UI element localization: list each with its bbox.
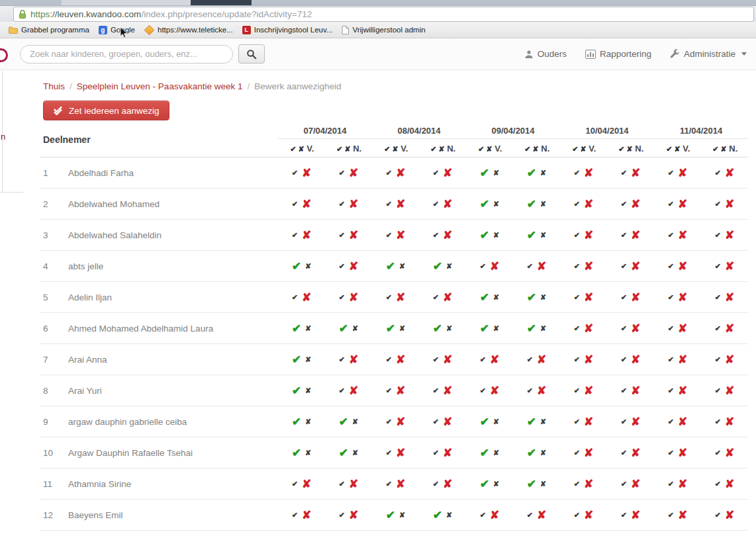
cross-toggle[interactable]: ✘ [631, 415, 640, 429]
check-toggle[interactable]: ✔ [480, 477, 489, 491]
check-toggle[interactable]: ✔ [668, 169, 674, 177]
cross-toggle[interactable]: ✘ [537, 384, 546, 398]
cross-toggle[interactable]: ✘ [725, 166, 734, 180]
cross-toggle[interactable]: ✘ [446, 262, 452, 271]
cross-toggle[interactable]: ✘ [305, 449, 311, 457]
cross-toggle[interactable]: ✘ [631, 446, 640, 460]
cross-toggle[interactable]: ✘ [584, 166, 593, 180]
check-toggle[interactable]: ✔ [292, 200, 298, 208]
cross-toggle[interactable]: ✘ [396, 166, 405, 180]
cross-toggle[interactable]: ✘ [631, 477, 640, 491]
cross-toggle[interactable]: ✘ [678, 353, 687, 367]
check-toggle[interactable]: ✔ [339, 386, 345, 395]
cross-toggle[interactable]: ✘ [302, 228, 311, 242]
cross-toggle[interactable]: ✘ [443, 477, 452, 491]
cross-toggle[interactable]: ✘ [584, 477, 593, 491]
cross-toggle[interactable]: ✘ [349, 508, 358, 522]
check-toggle[interactable]: ✔ [527, 228, 536, 242]
cross-toggle[interactable]: ✘ [678, 446, 687, 460]
check-toggle[interactable]: ✔ [480, 197, 489, 211]
column-check-icon[interactable]: ✔ [666, 145, 672, 153]
check-toggle[interactable]: ✔ [386, 449, 392, 457]
cross-toggle[interactable]: ✘ [584, 291, 593, 304]
cross-toggle[interactable]: ✘ [540, 231, 546, 240]
check-toggle[interactable]: ✔ [527, 355, 533, 364]
cross-toggle[interactable]: ✘ [443, 166, 452, 180]
cross-toggle[interactable]: ✘ [584, 446, 593, 460]
check-toggle[interactable]: ✔ [433, 355, 439, 364]
check-toggle[interactable]: ✔ [433, 169, 439, 177]
cross-toggle[interactable]: ✘ [349, 259, 358, 273]
check-toggle[interactable]: ✔ [527, 446, 536, 460]
cross-toggle[interactable]: ✘ [540, 169, 546, 177]
bookmark-item[interactable]: https://www.teleticke... [140, 24, 238, 35]
check-toggle[interactable]: ✔ [574, 418, 580, 426]
check-toggle[interactable]: ✔ [715, 480, 721, 488]
check-toggle[interactable]: ✔ [574, 200, 580, 208]
check-toggle[interactable]: ✔ [668, 293, 674, 302]
check-toggle[interactable]: ✔ [480, 415, 489, 429]
check-toggle[interactable]: ✔ [339, 480, 345, 488]
cross-toggle[interactable]: ✘ [305, 324, 311, 333]
cross-toggle[interactable]: ✘ [493, 324, 499, 333]
cross-toggle[interactable]: ✘ [396, 197, 405, 211]
cross-toggle[interactable]: ✘ [490, 353, 499, 367]
cross-toggle[interactable]: ✘ [352, 418, 358, 426]
column-cross-icon[interactable]: ✘ [298, 145, 304, 153]
check-toggle[interactable]: ✔ [621, 449, 627, 457]
cross-toggle[interactable]: ✘ [443, 228, 452, 242]
cross-toggle[interactable]: ✘ [678, 228, 687, 242]
cross-toggle[interactable]: ✘ [584, 197, 593, 211]
breadcrumb-link[interactable]: Thuis [43, 81, 65, 91]
cross-toggle[interactable]: ✘ [493, 480, 499, 488]
check-toggle[interactable]: ✔ [715, 386, 721, 395]
check-toggle[interactable]: ✔ [715, 355, 721, 364]
cross-toggle[interactable]: ✘ [631, 384, 640, 398]
check-toggle[interactable]: ✔ [339, 169, 345, 177]
column-cross-icon[interactable]: ✘ [486, 145, 492, 153]
cross-toggle[interactable]: ✘ [396, 477, 405, 491]
check-toggle[interactable]: ✔ [574, 231, 580, 240]
check-toggle[interactable]: ✔ [668, 480, 674, 488]
check-toggle[interactable]: ✔ [339, 231, 345, 240]
check-toggle[interactable]: ✔ [621, 386, 627, 395]
cross-toggle[interactable]: ✘ [493, 231, 499, 240]
check-toggle[interactable]: ✔ [386, 200, 392, 208]
check-toggle[interactable]: ✔ [339, 511, 345, 519]
cross-toggle[interactable]: ✘ [302, 477, 311, 491]
check-toggle[interactable]: ✔ [527, 415, 536, 429]
column-check-icon[interactable]: ✔ [478, 145, 484, 153]
check-toggle[interactable]: ✔ [433, 449, 439, 457]
check-toggle[interactable]: ✔ [668, 324, 674, 333]
check-toggle[interactable]: ✔ [292, 480, 298, 488]
check-toggle[interactable]: ✔ [527, 291, 536, 304]
check-toggle[interactable]: ✔ [292, 259, 301, 273]
check-toggle[interactable]: ✔ [715, 324, 721, 333]
column-cross-icon[interactable]: ✘ [439, 145, 445, 153]
check-toggle[interactable]: ✔ [621, 293, 627, 302]
check-toggle[interactable]: ✔ [621, 511, 627, 519]
check-toggle[interactable]: ✔ [386, 355, 392, 364]
cross-toggle[interactable]: ✘ [540, 449, 546, 457]
check-toggle[interactable]: ✔ [527, 386, 533, 395]
check-toggle[interactable]: ✔ [480, 291, 489, 304]
check-toggle[interactable]: ✔ [292, 384, 301, 398]
cross-toggle[interactable]: ✘ [305, 355, 311, 364]
check-toggle[interactable]: ✔ [433, 259, 442, 273]
cross-toggle[interactable]: ✘ [349, 477, 358, 491]
check-toggle[interactable]: ✔ [339, 355, 345, 364]
check-toggle[interactable]: ✔ [574, 324, 580, 333]
cross-toggle[interactable]: ✘ [399, 262, 405, 271]
column-cross-icon[interactable]: ✘ [392, 145, 398, 153]
check-toggle[interactable]: ✔ [527, 322, 536, 336]
column-cross-icon[interactable]: ✘ [345, 145, 351, 153]
check-toggle[interactable]: ✔ [527, 477, 536, 491]
nav-item-rapportering[interactable]: Rapportering [585, 49, 651, 59]
cross-toggle[interactable]: ✘ [443, 415, 452, 429]
nav-item-ouders[interactable]: Ouders [524, 49, 567, 59]
check-toggle[interactable]: ✔ [433, 231, 439, 240]
cross-toggle[interactable]: ✘ [443, 291, 452, 304]
column-check-icon[interactable]: ✔ [384, 145, 390, 153]
check-toggle[interactable]: ✔ [715, 511, 721, 519]
check-toggle[interactable]: ✔ [668, 355, 674, 364]
